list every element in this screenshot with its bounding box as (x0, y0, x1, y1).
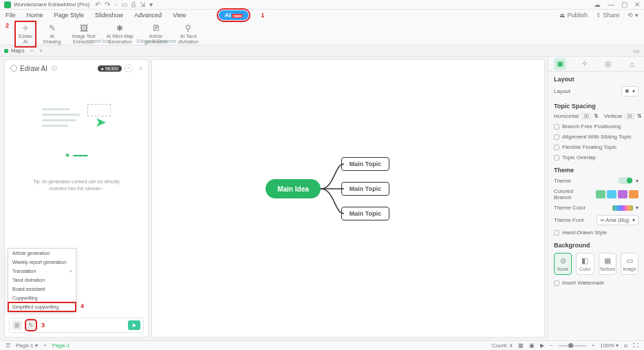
page-select[interactable]: Page-1 ▾ (16, 342, 38, 349)
caption-features: Edraw AI Features (137, 39, 177, 43)
label-themecolor: Theme Color (554, 205, 586, 211)
input-mode-2-icon[interactable]: ✎ (26, 320, 36, 330)
info-icon[interactable]: i (52, 65, 57, 71)
undo-icon[interactable]: ↶ (95, 1, 100, 8)
swatch[interactable] (618, 190, 627, 198)
minimize-icon[interactable]: — (608, 1, 614, 8)
dropdown-icon[interactable]: ▾ (149, 1, 153, 8)
chk-hand[interactable] (554, 230, 559, 236)
ai-input-bar[interactable]: ⊞ ✎ 3 ➤ (9, 318, 144, 333)
export-icon[interactable]: ⇲ (140, 1, 145, 8)
stepper-icon[interactable]: ⇅ (637, 113, 642, 119)
status-bar: ☰ Page-1 ▾ + Page-1 Count: 4 ▦ ▣ ▶ − + 1… (0, 340, 644, 350)
menu-slideshow[interactable]: Slideshow (95, 12, 123, 19)
present-icon[interactable]: ▶ (540, 342, 544, 349)
send-button[interactable]: ➤ (128, 320, 140, 330)
layout-dropdown[interactable]: ✱ ▾ (621, 86, 638, 96)
zoom-value[interactable]: 100% ▾ (600, 342, 619, 349)
bg-texture[interactable]: ▦Texture (599, 253, 616, 275)
ribbon-edraw-ai[interactable]: ✧Edraw AI (16, 22, 35, 46)
chevron-down-icon[interactable]: ▾ (636, 178, 638, 184)
ruler-icon[interactable]: ⧈ (624, 342, 627, 349)
swatch[interactable] (596, 190, 605, 198)
tab-theme-icon[interactable]: ◎ (602, 58, 614, 70)
menu-pagestyle[interactable]: Page Style (54, 12, 85, 19)
chk-branchfree[interactable] (554, 124, 559, 130)
quick-access[interactable]: ↶ ↷ ▫ ▭ ⎙ ⇲ ▾ (95, 1, 153, 8)
topic-node-3[interactable]: Main Topic (341, 207, 389, 220)
history-icon[interactable]: ⟲ ▾ (627, 12, 638, 19)
fullscreen-icon[interactable]: ⛶ (633, 342, 638, 349)
zoom-in-icon[interactable]: + (592, 342, 595, 349)
input-mode-1-icon[interactable]: ⊞ (12, 320, 22, 330)
share-button[interactable]: ⇪ Share (596, 12, 620, 19)
save-icon[interactable]: ▫ (114, 1, 117, 8)
ctx-copywriting[interactable]: Copywriting (8, 294, 76, 302)
swatch[interactable] (629, 190, 638, 198)
chk-flex[interactable] (554, 145, 559, 150)
menu-view[interactable]: View (173, 12, 186, 19)
ribbon-ai-drawing[interactable]: ✎AI Drawing (41, 22, 64, 46)
ctx-tarot[interactable]: Tarot divination (8, 276, 76, 285)
coin-badge[interactable]: ● 98300 (98, 65, 122, 72)
topic-node-2[interactable]: Main Topic (341, 182, 389, 196)
vertical-value[interactable]: 30 (625, 113, 634, 119)
annot-1: 1 (261, 12, 264, 19)
canvas[interactable]: Main Idea Main Topic Main Topic Main Top… (151, 59, 545, 338)
ribbon-tarot[interactable]: ⚲AI Tarot divination (175, 22, 202, 46)
chk-watermark[interactable] (554, 280, 559, 286)
tab-layout-icon[interactable]: ▣ (554, 58, 566, 70)
tab-style-icon[interactable]: ✧ (578, 58, 590, 70)
bg-none[interactable]: ⊘None (554, 253, 572, 275)
zoom-slider[interactable] (559, 345, 586, 347)
cloud-icon[interactable]: ☁ (594, 1, 601, 8)
label-horizontal: Horizontal (554, 113, 579, 119)
grid-icon[interactable]: ▦ (518, 342, 524, 349)
stepper-icon[interactable]: ⇅ (594, 113, 599, 119)
ctx-translation[interactable]: Translation› (8, 267, 76, 276)
ctx-simplified[interactable]: Simplified copywriting (8, 302, 76, 311)
publish-button[interactable]: ⏏ Publish (559, 12, 588, 19)
panel-toggle-icon[interactable]: ▭ (634, 48, 640, 54)
menu-advanced[interactable]: Advanced (134, 12, 162, 19)
fit-icon[interactable]: ▣ (529, 342, 535, 349)
topic-node-1[interactable]: Main Topic (341, 157, 389, 171)
main-idea-node[interactable]: Main Idea (266, 179, 321, 198)
bg-color[interactable]: ◧Color (576, 253, 594, 275)
horizontal-value[interactable]: 30 (581, 113, 591, 119)
folder-icon[interactable]: ▭ (121, 1, 127, 8)
branch-swatches[interactable] (596, 190, 638, 198)
panel-header: Edraw AI i ● 98300 + × (5, 60, 148, 76)
menu-ai-tab[interactable]: AInew (219, 10, 248, 20)
outline-icon[interactable]: ☰ (6, 342, 10, 349)
close-icon[interactable]: ✕ (634, 1, 640, 8)
doc-tab-1[interactable]: Map1× (4, 48, 34, 54)
add-page-button[interactable]: + (43, 342, 47, 349)
bg-image[interactable]: ▭Image (621, 253, 638, 275)
theme-color-strip[interactable] (612, 205, 633, 211)
print-icon[interactable]: ⎙ (131, 1, 136, 8)
menu-home[interactable]: Home (27, 12, 43, 19)
zoom-out-icon[interactable]: − (550, 342, 553, 349)
label-theme: Theme (554, 178, 571, 184)
menu-file[interactable]: File (6, 12, 16, 19)
add-coin-button[interactable]: + (125, 64, 133, 72)
add-tab-button[interactable]: + (39, 48, 43, 54)
tab-close-icon[interactable]: × (30, 48, 34, 54)
chk-overlap[interactable] (554, 155, 559, 161)
maximize-icon[interactable]: ▢ (621, 1, 627, 8)
ctx-weekly[interactable]: Weekly report generation (8, 258, 76, 267)
ctx-article[interactable]: Article generation (8, 249, 76, 258)
theme-toggle[interactable] (618, 177, 633, 184)
chevron-down-icon[interactable]: ▾ (636, 205, 638, 211)
chevron-right-icon: › (70, 269, 72, 274)
redo-icon[interactable]: ↷ (105, 1, 110, 8)
mindmap: Main Idea Main Topic Main Topic Main Top… (266, 157, 403, 226)
swatch[interactable] (607, 190, 616, 198)
panel-close-icon[interactable]: × (138, 65, 142, 72)
chevron-down-icon: ▾ (632, 88, 635, 94)
tab-settings-icon[interactable]: ⌂ (626, 58, 638, 70)
ctx-boast[interactable]: Boast assistant (8, 285, 76, 294)
font-dropdown[interactable]: ∞ Arial (Big) ▾ (597, 215, 638, 225)
chk-align[interactable] (554, 134, 559, 140)
